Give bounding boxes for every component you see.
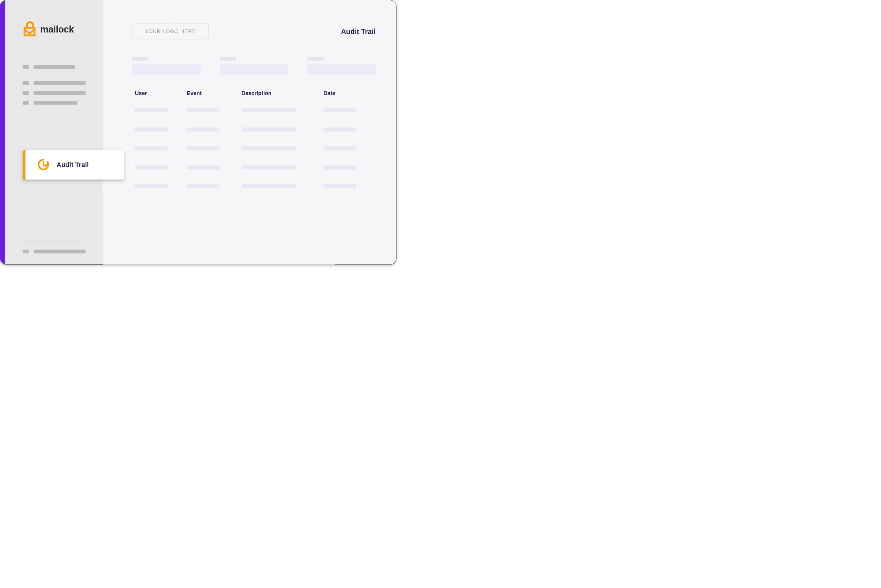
col-description[interactable]: Description [242, 90, 318, 96]
cell-placeholder [324, 108, 356, 112]
nav-label-placeholder [34, 65, 75, 69]
filter-input[interactable] [132, 64, 201, 75]
filter-bar [132, 57, 376, 75]
filter-input[interactable] [307, 64, 375, 75]
cell-placeholder [242, 165, 296, 170]
audit-table: User Event Description Date [132, 90, 376, 196]
cell-placeholder [135, 108, 168, 112]
col-date[interactable]: Date [324, 90, 373, 96]
table-row[interactable] [132, 120, 376, 139]
cell-placeholder [135, 146, 168, 151]
filter-label-placeholder [307, 57, 324, 61]
cell-placeholder [187, 165, 220, 170]
cell-placeholder [187, 146, 220, 151]
cell-placeholder [242, 108, 296, 112]
cell-placeholder [242, 146, 296, 151]
nav-item-placeholder[interactable] [23, 65, 86, 69]
sidebar: mailock [5, 0, 103, 264]
cell-placeholder [135, 127, 168, 132]
brand-logo[interactable]: mailock [5, 21, 103, 38]
nav-item-placeholder[interactable] [23, 250, 86, 254]
nav-item-placeholder[interactable] [23, 91, 86, 95]
nav-label-placeholder [34, 250, 86, 254]
nav-item-placeholder[interactable] [23, 81, 86, 85]
cell-placeholder [324, 165, 356, 170]
filter-field [132, 57, 201, 75]
logo-placeholder-text: YOUR LOGO HERE [145, 28, 196, 34]
cell-placeholder [324, 146, 356, 151]
nav-icon-placeholder [23, 250, 29, 254]
nav-icon-placeholder [23, 81, 29, 85]
sidebar-item-label: Audit Trail [57, 161, 89, 169]
brand-name: mailock [40, 24, 74, 34]
accent-stripe [0, 0, 5, 264]
col-user[interactable]: User [135, 90, 182, 96]
cell-placeholder [187, 108, 220, 112]
filter-input[interactable] [220, 64, 288, 75]
history-clock-icon [36, 158, 51, 172]
filter-label-placeholder [132, 57, 149, 61]
nav-item-placeholder[interactable] [23, 101, 86, 105]
active-indicator [23, 150, 26, 180]
client-logo-placeholder[interactable]: YOUR LOGO HERE [132, 23, 209, 39]
mailock-icon [23, 21, 36, 38]
filter-label-placeholder [220, 57, 236, 61]
cell-placeholder [135, 165, 168, 170]
cell-placeholder [242, 127, 296, 132]
nav-footer [23, 242, 86, 254]
cell-placeholder [135, 184, 168, 189]
cell-placeholder [187, 127, 220, 132]
main-content: YOUR LOGO HERE Audit Trail [103, 0, 396, 264]
col-event[interactable]: Event [187, 90, 236, 96]
nav-icon-placeholder [23, 101, 29, 105]
cell-placeholder [324, 184, 356, 189]
nav-label-placeholder [34, 101, 78, 105]
cell-placeholder [242, 184, 296, 189]
table-row[interactable] [132, 139, 376, 158]
page-title: Audit Trail [341, 27, 375, 36]
table-row[interactable] [132, 101, 376, 120]
nav-icon-placeholder [23, 65, 29, 69]
cell-placeholder [324, 127, 356, 132]
table-row[interactable] [132, 158, 376, 177]
filter-field [307, 57, 375, 75]
sidebar-item-audit-trail[interactable]: Audit Trail [23, 150, 124, 180]
app-window: mailock [0, 0, 396, 264]
nav-label-placeholder [34, 91, 86, 95]
table-header: User Event Description Date [132, 90, 376, 101]
table-body [132, 101, 376, 196]
nav-icon-placeholder [23, 91, 29, 95]
nav-label-placeholder [34, 81, 86, 85]
filter-field [220, 57, 288, 75]
cell-placeholder [187, 184, 220, 189]
nav-primary [5, 65, 103, 105]
table-row[interactable] [132, 177, 376, 196]
